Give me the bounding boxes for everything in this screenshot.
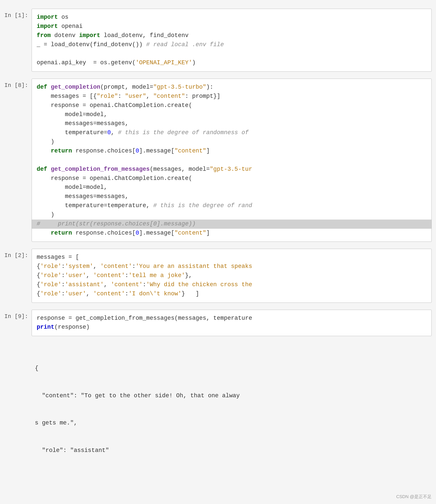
output-line: { <box>35 364 427 373</box>
output-line: "role": "assistant" <box>35 446 427 455</box>
watermark: CSDN @是正不足 <box>396 494 432 500</box>
code-line: messages = [{"role": "user", "content": … <box>37 92 427 101</box>
code-line: {'role':'user', 'content':'I don\'t know… <box>37 289 427 299</box>
cell-label-1: In [1]: <box>4 9 32 19</box>
output-area: { "content": "To get to the other side! … <box>4 343 432 476</box>
code-line: temperature=temperature, # this is the d… <box>37 201 427 210</box>
code-line: def get_completion(prompt, model="gpt-3.… <box>37 83 427 92</box>
code-line: messages=messages, <box>37 119 427 128</box>
cell-label-3: In [2]: <box>4 249 32 259</box>
code-line: {'role':'system', 'content':'You are an … <box>37 262 427 271</box>
code-line: response = openai.ChatCompletion.create( <box>37 101 427 110</box>
cell-3: In [2]: messages = [ {'role':'system', '… <box>4 249 432 303</box>
code-line-highlighted: # print(str(response.choices[0].message)… <box>32 220 431 229</box>
code-line: print(response) <box>37 323 427 332</box>
code-line: response = get_completion_from_messages(… <box>37 314 427 323</box>
code-line: import os <box>37 13 427 22</box>
code-line: ) <box>37 210 427 220</box>
code-line: temperature=0, # this is the degree of r… <box>37 128 427 137</box>
output-line: s gets me.", <box>35 419 427 428</box>
cell-1: In [1]: import os import openai from dot… <box>4 9 432 72</box>
output-line: "content": "To get to the other side! Oh… <box>35 391 427 401</box>
code-line: model=model, <box>37 110 427 119</box>
cell-content-4[interactable]: response = get_completion_from_messages(… <box>32 310 432 336</box>
code-line: def get_completion_from_messages(message… <box>37 165 427 174</box>
cell-content-1[interactable]: import os import openai from dotenv impo… <box>32 9 432 72</box>
code-line: _ = load_dotenv(find_dotenv()) # read lo… <box>37 40 427 49</box>
cell-label-4: In [9]: <box>4 310 32 320</box>
code-line: ) <box>37 137 427 147</box>
code-line: model=model, <box>37 183 427 192</box>
code-line: return response.choices[0].message["cont… <box>37 147 427 156</box>
code-line: messages=messages, <box>37 192 427 201</box>
cell-label-2: In [8]: <box>4 79 32 89</box>
notebook-container: In [1]: import os import openai from dot… <box>4 9 432 476</box>
code-line <box>37 156 427 165</box>
code-line: messages = [ <box>37 253 427 262</box>
cell-4: In [9]: response = get_completion_from_m… <box>4 310 432 336</box>
cell-content-2[interactable]: def get_completion(prompt, model="gpt-3.… <box>32 79 432 242</box>
cell-2: In [8]: def get_completion(prompt, model… <box>4 79 432 242</box>
cell-content-3[interactable]: messages = [ {'role':'system', 'content'… <box>32 249 432 303</box>
code-line: {'role':'assistant', 'content':'Why did … <box>37 280 427 289</box>
code-line: return response.choices[0].message["cont… <box>37 229 427 238</box>
code-line: import openai <box>37 22 427 31</box>
code-line <box>37 49 427 58</box>
code-line: openai.api_key = os.getenv('OPENAI_API_K… <box>37 58 427 68</box>
code-line: response = openai.ChatCompletion.create( <box>37 174 427 183</box>
code-line: from dotenv import load_dotenv, find_dot… <box>37 31 427 40</box>
code-line: {'role':'user', 'content':'tell me a jok… <box>37 271 427 280</box>
